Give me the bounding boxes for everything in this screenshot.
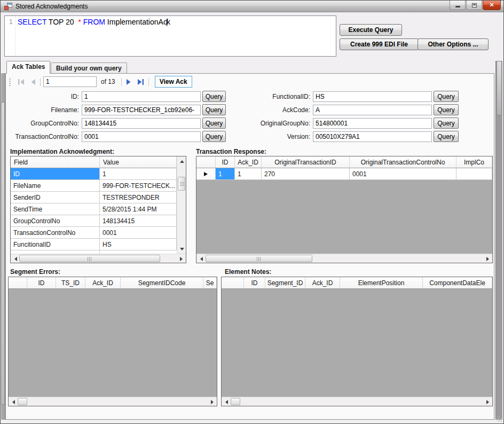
query-button[interactable]: Query: [202, 91, 226, 102]
view-ack-button[interactable]: View Ack: [155, 76, 192, 88]
column-header-id[interactable]: ID: [216, 156, 235, 168]
grid-cell[interactable]: ID: [11, 168, 100, 180]
column-header-id[interactable]: ID: [27, 277, 56, 289]
scrollbar-thumb[interactable]: [1, 102, 5, 405]
grid-cell[interactable]: 0001: [350, 168, 456, 180]
vertical-scrollbar[interactable]: [177, 156, 186, 254]
resize-grip-icon[interactable]: [497, 417, 502, 422]
grid-cell[interactable]: 1: [100, 168, 177, 180]
segment-errors-label: Segment Errors:: [10, 268, 60, 276]
tab-ack-tables[interactable]: Ack Tables: [6, 61, 50, 74]
scroll-right-button[interactable]: [483, 254, 492, 263]
column-header-originaltransactioncontrolno[interactable]: OriginalTransactionControlNo: [350, 156, 456, 168]
horizontal-scrollbar[interactable]: [222, 397, 492, 406]
scroll-up-button[interactable]: [177, 156, 186, 166]
column-header-segmentidcode[interactable]: SegmentIDCode: [121, 277, 203, 289]
move-previous-button[interactable]: [27, 76, 38, 87]
field-input-originalgroupno[interactable]: [313, 118, 432, 129]
column-header-ack_id[interactable]: Ack_ID: [235, 156, 262, 168]
grid-cell[interactable]: 1: [216, 168, 235, 180]
scroll-right-button[interactable]: [177, 254, 186, 263]
close-button[interactable]: ✕: [483, 1, 501, 10]
scrollbar-thumb[interactable]: [18, 398, 27, 405]
column-header-segment_id[interactable]: Segment_ID: [265, 277, 305, 289]
scrollbar-thumb[interactable]: [497, 61, 502, 115]
query-button[interactable]: Query: [202, 104, 226, 115]
field-row: Filename:Query: [7, 104, 226, 115]
move-next-button[interactable]: [123, 76, 135, 87]
column-header-field[interactable]: Field: [11, 156, 100, 168]
column-header-elementposition[interactable]: ElementPosition: [340, 277, 423, 289]
grid-cell[interactable]: 0001: [100, 227, 177, 239]
scroll-right-button[interactable]: [208, 397, 217, 406]
scroll-down-button[interactable]: [177, 245, 186, 254]
column-header-value[interactable]: Value: [100, 156, 177, 168]
scroll-left-button[interactable]: [11, 254, 20, 263]
grid-cell[interactable]: SenderID: [11, 192, 100, 203]
maximize-button[interactable]: [466, 1, 482, 10]
grid-cell[interactable]: FileName: [11, 180, 100, 192]
scroll-right-button[interactable]: [483, 397, 492, 406]
tab-build-your-own-query[interactable]: Build your own query: [51, 62, 127, 74]
arrow-down-icon: [180, 248, 184, 253]
grid-cell[interactable]: 1: [235, 168, 262, 180]
query-button[interactable]: Query: [434, 91, 459, 102]
scroll-left-button[interactable]: [222, 397, 231, 406]
field-input-groupcontrolno[interactable]: [82, 118, 201, 129]
scroll-left-button[interactable]: [196, 254, 206, 263]
column-header-se[interactable]: Se: [203, 277, 217, 289]
vertical-scrollbar-right[interactable]: [495, 61, 502, 420]
grid-cell[interactable]: 999-FOR-TESTCHECK...: [100, 180, 177, 192]
column-header-ts_id[interactable]: TS_ID: [56, 277, 85, 289]
scrollbar-thumb[interactable]: [178, 177, 185, 191]
grid-cell[interactable]: [456, 168, 492, 180]
query-button[interactable]: Query: [434, 131, 459, 142]
row-selector[interactable]: [196, 168, 216, 180]
create-999-edi-button[interactable]: Create 999 EDI File: [340, 38, 419, 50]
scrollbar-thumb[interactable]: [206, 255, 312, 262]
minimize-button[interactable]: [450, 1, 466, 10]
field-input-version[interactable]: [313, 131, 432, 142]
field-input-filename[interactable]: [82, 105, 201, 115]
titlebar[interactable]: Stored Acknowledgments ✕: [1, 1, 503, 12]
vertical-scrollbar-left[interactable]: [1, 73, 5, 420]
grid-cell[interactable]: 270: [262, 168, 350, 180]
scrollbar-thumb[interactable]: [231, 398, 240, 405]
column-header-ack_id[interactable]: Ack_ID: [305, 277, 340, 289]
scrollbar-thumb[interactable]: [19, 255, 160, 262]
query-button[interactable]: Query: [202, 117, 226, 129]
grid-cell[interactable]: FuncitionalID: [11, 239, 100, 250]
field-input-transactioncontrolno[interactable]: [82, 131, 201, 142]
record-position-input[interactable]: [43, 76, 97, 87]
grid-cell[interactable]: 148134415: [100, 215, 177, 227]
sql-token: SELECT: [18, 18, 46, 26]
query-button[interactable]: Query: [434, 117, 459, 129]
column-header-originaltransactionid[interactable]: OriginalTransactionID: [262, 156, 350, 168]
horizontal-scrollbar[interactable]: [11, 254, 186, 263]
field-input-id[interactable]: [82, 91, 201, 102]
column-header-implco[interactable]: ImplCo: [456, 156, 492, 168]
move-last-button[interactable]: [135, 76, 147, 87]
column-header-id[interactable]: ID: [244, 277, 265, 289]
execute-query-button[interactable]: Execute Query: [340, 24, 402, 36]
horizontal-scrollbar[interactable]: [9, 397, 217, 406]
toolbar-grip-icon[interactable]: [9, 78, 11, 86]
move-first-button[interactable]: [15, 76, 27, 87]
query-button[interactable]: Query: [202, 131, 226, 142]
column-header-ack_id[interactable]: Ack_ID: [85, 277, 121, 289]
grid-cell[interactable]: SendTime: [11, 203, 100, 215]
horizontal-scrollbar[interactable]: [196, 254, 492, 263]
grid-cell[interactable]: HS: [100, 239, 177, 250]
grid-cell[interactable]: GroupControlNo: [11, 215, 100, 227]
other-options-button[interactable]: Other Options ...: [418, 38, 489, 50]
field-input-functionalid[interactable]: [313, 91, 432, 102]
grid-cell[interactable]: TESTRESPONDER: [100, 192, 177, 203]
app-icon[interactable]: [4, 3, 12, 10]
column-header-componentdataele[interactable]: ComponentDataEle: [423, 277, 492, 289]
field-input-ackcode[interactable]: [313, 105, 432, 115]
scroll-left-button[interactable]: [9, 397, 18, 406]
query-button[interactable]: Query: [434, 104, 459, 115]
sql-query-editor[interactable]: 1 SELECT TOP 20 * FROM ImplementationAck: [4, 15, 336, 57]
grid-cell[interactable]: TransactionControlNo: [11, 227, 100, 239]
grid-cell[interactable]: 5/28/2015 1:44 PM: [100, 203, 177, 215]
